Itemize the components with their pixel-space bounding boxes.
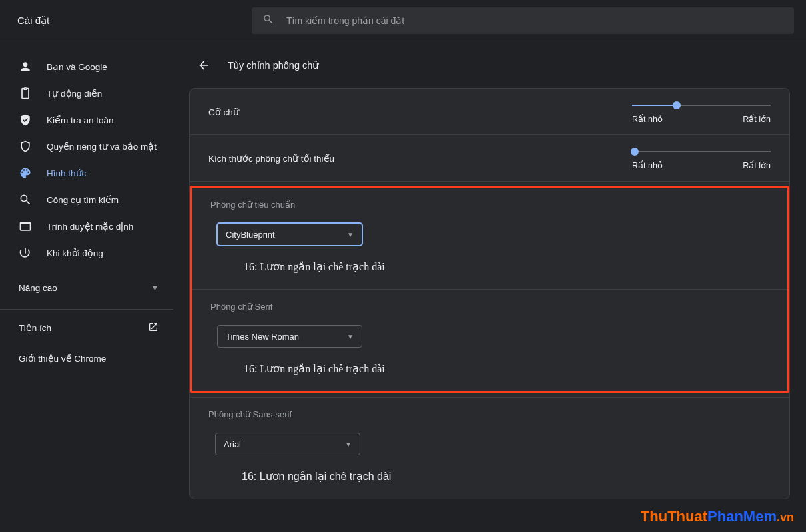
sidebar-item-privacy[interactable]: Quyền riêng tư và bảo mật [0, 133, 173, 160]
settings-card: Cỡ chữ Rất nhỏ Rất lớn Kích thước phông … [189, 88, 790, 499]
browser-icon [19, 220, 32, 233]
chevron-down-icon: ▼ [151, 284, 159, 292]
sans-font-section: Phông chữ Sans-serif Arial ▼ 16: Lươn ng… [190, 398, 789, 499]
sidebar-item-label: Hình thức [47, 168, 86, 178]
slider-max-label: Rất lớn [743, 160, 771, 170]
search-icon [19, 193, 32, 206]
shield-icon [19, 140, 32, 153]
slider-min-label: Rất nhỏ [632, 114, 663, 124]
advanced-label: Nâng cao [19, 283, 57, 293]
sidebar-item-label: Công cụ tìm kiếm [47, 194, 119, 205]
back-button[interactable] [193, 55, 214, 76]
search-icon [262, 13, 274, 27]
external-link-icon [148, 322, 159, 334]
shield-check-icon [19, 113, 32, 127]
palette-icon [19, 166, 32, 180]
main-panel: Tùy chỉnh phông chữ Cỡ chữ Rất nhỏ Rất l… [173, 41, 806, 532]
chevron-down-icon: ▼ [347, 333, 354, 340]
sidebar-item-label: Kiểm tra an toàn [47, 115, 114, 125]
serif-font-section: Phông chữ Serif Times New Roman ▼ 16: Lư… [192, 290, 787, 391]
sidebar-item-autofill[interactable]: Tự động điền [0, 80, 173, 107]
sans-font-select[interactable]: Arial ▼ [215, 433, 360, 455]
sidebar-item-you-and-google[interactable]: Bạn và Google [0, 53, 173, 80]
select-value: Arial [224, 439, 241, 449]
extensions-label: Tiện ích [19, 322, 51, 333]
page-title: Tùy chỉnh phông chữ [228, 60, 319, 71]
serif-font-label: Phông chữ Serif [210, 302, 769, 312]
sidebar-item-appearance[interactable]: Hình thức [0, 160, 173, 186]
sans-font-preview: 16: Lươn ngắn lại chê trạch dài [242, 470, 771, 483]
standard-font-select[interactable]: CityBlueprint ▼ [217, 223, 362, 246]
sidebar-item-search-engine[interactable]: Công cụ tìm kiếm [0, 186, 173, 213]
standard-font-section: Phông chữ tiêu chuẩn CityBlueprint ▼ 16:… [192, 188, 787, 289]
serif-font-select[interactable]: Times New Roman ▼ [217, 325, 362, 348]
min-font-size-row: Kích thước phông chữ tối thiểu Rất nhỏ R… [190, 135, 789, 182]
sidebar-item-about[interactable]: Giới thiệu về Chrome [0, 343, 173, 374]
standard-font-label: Phông chữ tiêu chuẩn [210, 200, 769, 210]
top-bar: Cài đặt [0, 0, 806, 41]
serif-font-preview: 16: Lươn ngắn lại chê trạch dài [244, 362, 769, 375]
slider-min-label: Rất nhỏ [632, 160, 663, 170]
min-font-size-slider[interactable] [632, 146, 771, 158]
sidebar-item-label: Quyền riêng tư và bảo mật [47, 141, 157, 152]
slider-max-label: Rất lớn [743, 114, 771, 124]
sidebar-item-safety-check[interactable]: Kiểm tra an toàn [0, 107, 173, 133]
search-box[interactable] [252, 7, 794, 34]
sidebar-item-label: Trình duyệt mặc định [47, 221, 133, 232]
divider [0, 309, 173, 310]
sidebar-advanced[interactable]: Nâng cao ▼ [0, 272, 173, 304]
sidebar: Bạn và Google Tự động điền Kiểm tra an t… [0, 41, 173, 532]
sidebar-item-startup[interactable]: Khi khởi động [0, 240, 173, 266]
clipboard-icon [19, 87, 32, 100]
power-icon [19, 246, 32, 260]
select-value: CityBlueprint [226, 230, 275, 240]
font-size-label: Cỡ chữ [208, 107, 239, 117]
chevron-down-icon: ▼ [347, 231, 354, 238]
annotation-highlight: Phông chữ tiêu chuẩn CityBlueprint ▼ 16:… [190, 186, 789, 393]
font-size-row: Cỡ chữ Rất nhỏ Rất lớn [190, 89, 789, 135]
sidebar-item-label: Khi khởi động [47, 248, 103, 258]
standard-font-preview: 16: Lươn ngắn lại chê trạch dài [244, 260, 769, 273]
select-value: Times New Roman [226, 332, 299, 342]
sidebar-item-extensions[interactable]: Tiện ích [0, 312, 173, 343]
sidebar-item-label: Bạn và Google [47, 61, 107, 72]
sidebar-item-default-browser[interactable]: Trình duyệt mặc định [0, 213, 173, 240]
sans-font-label: Phông chữ Sans-serif [208, 409, 771, 419]
search-input[interactable] [286, 15, 783, 26]
min-font-size-label: Kích thước phông chữ tối thiểu [208, 153, 334, 164]
sidebar-item-label: Tự động điền [47, 88, 102, 99]
about-label: Giới thiệu về Chrome [19, 353, 106, 364]
app-title: Cài đặt [0, 15, 252, 27]
chevron-down-icon: ▼ [345, 441, 352, 448]
font-size-slider[interactable] [632, 99, 771, 111]
person-icon [19, 60, 32, 73]
